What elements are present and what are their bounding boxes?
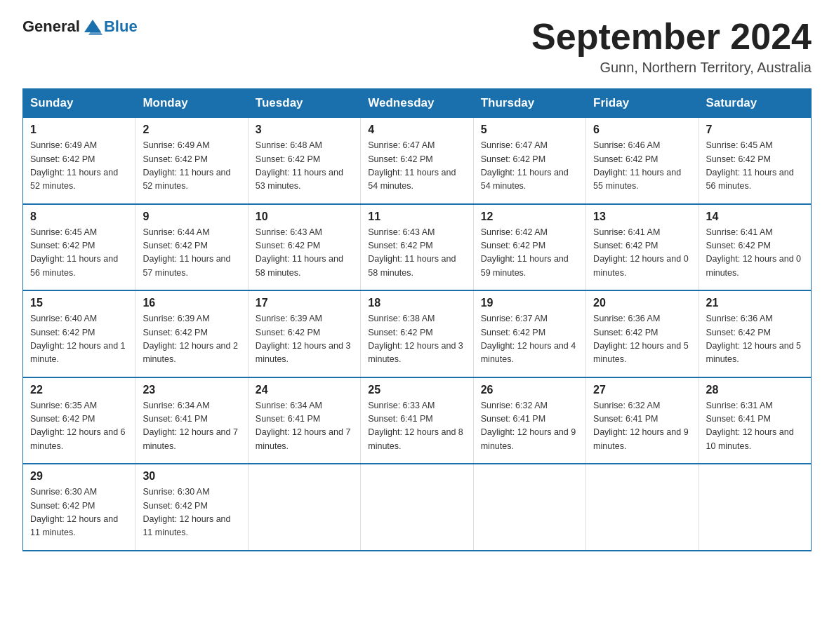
day-number: 22 xyxy=(30,384,128,396)
day-info: Sunrise: 6:39 AMSunset: 6:42 PMDaylight:… xyxy=(143,312,240,367)
calendar-table: SundayMondayTuesdayWednesdayThursdayFrid… xyxy=(22,88,812,551)
day-number: 6 xyxy=(593,123,691,136)
day-info: Sunrise: 6:41 AMSunset: 6:42 PMDaylight:… xyxy=(706,226,804,281)
day-number: 23 xyxy=(143,384,240,396)
calendar-cell xyxy=(699,464,811,551)
day-number: 16 xyxy=(143,297,240,309)
calendar-cell: 22Sunrise: 6:35 AMSunset: 6:42 PMDayligh… xyxy=(23,377,135,464)
calendar-cell: 30Sunrise: 6:30 AMSunset: 6:42 PMDayligh… xyxy=(135,464,248,551)
month-title: September 2024 xyxy=(531,17,812,57)
calendar-cell: 16Sunrise: 6:39 AMSunset: 6:42 PMDayligh… xyxy=(135,290,248,377)
day-number: 8 xyxy=(30,210,128,223)
day-info: Sunrise: 6:42 AMSunset: 6:42 PMDaylight:… xyxy=(481,226,578,281)
calendar-cell: 13Sunrise: 6:41 AMSunset: 6:42 PMDayligh… xyxy=(586,204,699,291)
day-number: 12 xyxy=(481,210,578,223)
day-number: 29 xyxy=(30,470,128,483)
day-info: Sunrise: 6:43 AMSunset: 6:42 PMDaylight:… xyxy=(368,226,465,281)
day-number: 30 xyxy=(143,470,240,483)
day-number: 26 xyxy=(481,384,578,396)
calendar-cell: 9Sunrise: 6:44 AMSunset: 6:42 PMDaylight… xyxy=(135,204,248,291)
day-number: 4 xyxy=(368,123,465,136)
day-info: Sunrise: 6:45 AMSunset: 6:42 PMDaylight:… xyxy=(30,226,128,281)
calendar-cell: 6Sunrise: 6:46 AMSunset: 6:42 PMDaylight… xyxy=(586,118,699,204)
calendar-cell xyxy=(473,464,585,551)
title-block: September 2024 Gunn, Northern Territory,… xyxy=(531,17,812,76)
calendar-cell: 28Sunrise: 6:31 AMSunset: 6:41 PMDayligh… xyxy=(699,377,811,464)
day-info: Sunrise: 6:46 AMSunset: 6:42 PMDaylight:… xyxy=(593,139,691,194)
calendar-cell: 23Sunrise: 6:34 AMSunset: 6:41 PMDayligh… xyxy=(135,377,248,464)
page-header: General Blue September 2024 Gunn, Northe… xyxy=(22,17,812,76)
location-subtitle: Gunn, Northern Territory, Australia xyxy=(531,60,812,76)
day-number: 3 xyxy=(256,123,353,136)
day-number: 28 xyxy=(706,384,804,396)
calendar-cell: 18Sunrise: 6:38 AMSunset: 6:42 PMDayligh… xyxy=(361,290,473,377)
calendar-week-row: 15Sunrise: 6:40 AMSunset: 6:42 PMDayligh… xyxy=(23,290,812,377)
calendar-week-row: 22Sunrise: 6:35 AMSunset: 6:42 PMDayligh… xyxy=(23,377,812,464)
calendar-cell: 8Sunrise: 6:45 AMSunset: 6:42 PMDaylight… xyxy=(23,204,135,291)
logo: General Blue xyxy=(22,17,138,36)
calendar-cell: 25Sunrise: 6:33 AMSunset: 6:41 PMDayligh… xyxy=(361,377,473,464)
day-info: Sunrise: 6:30 AMSunset: 6:42 PMDaylight:… xyxy=(143,485,240,540)
calendar-cell: 17Sunrise: 6:39 AMSunset: 6:42 PMDayligh… xyxy=(248,290,360,377)
day-info: Sunrise: 6:49 AMSunset: 6:42 PMDaylight:… xyxy=(143,139,240,194)
calendar-cell: 1Sunrise: 6:49 AMSunset: 6:42 PMDaylight… xyxy=(23,118,135,204)
day-number: 2 xyxy=(143,123,240,136)
calendar-cell: 20Sunrise: 6:36 AMSunset: 6:42 PMDayligh… xyxy=(586,290,699,377)
calendar-cell: 19Sunrise: 6:37 AMSunset: 6:42 PMDayligh… xyxy=(473,290,585,377)
day-number: 27 xyxy=(593,384,691,396)
day-info: Sunrise: 6:47 AMSunset: 6:42 PMDaylight:… xyxy=(481,139,578,194)
day-number: 18 xyxy=(368,297,465,309)
weekday-header-friday: Friday xyxy=(586,89,699,118)
day-number: 24 xyxy=(256,384,353,396)
day-info: Sunrise: 6:41 AMSunset: 6:42 PMDaylight:… xyxy=(593,226,691,281)
day-info: Sunrise: 6:37 AMSunset: 6:42 PMDaylight:… xyxy=(481,312,578,367)
day-number: 10 xyxy=(256,210,353,223)
weekday-header-saturday: Saturday xyxy=(699,89,811,118)
day-info: Sunrise: 6:34 AMSunset: 6:41 PMDaylight:… xyxy=(143,399,240,454)
calendar-cell: 7Sunrise: 6:45 AMSunset: 6:42 PMDaylight… xyxy=(699,118,811,204)
calendar-cell: 2Sunrise: 6:49 AMSunset: 6:42 PMDaylight… xyxy=(135,118,248,204)
calendar-cell: 27Sunrise: 6:32 AMSunset: 6:41 PMDayligh… xyxy=(586,377,699,464)
day-info: Sunrise: 6:32 AMSunset: 6:41 PMDaylight:… xyxy=(593,399,691,454)
weekday-header-monday: Monday xyxy=(135,89,248,118)
day-number: 7 xyxy=(706,123,804,136)
calendar-cell: 11Sunrise: 6:43 AMSunset: 6:42 PMDayligh… xyxy=(361,204,473,291)
day-info: Sunrise: 6:44 AMSunset: 6:42 PMDaylight:… xyxy=(143,226,240,281)
logo-text-general: General xyxy=(22,18,80,36)
weekday-header-row: SundayMondayTuesdayWednesdayThursdayFrid… xyxy=(23,89,812,118)
day-number: 15 xyxy=(30,297,128,309)
calendar-cell: 21Sunrise: 6:36 AMSunset: 6:42 PMDayligh… xyxy=(699,290,811,377)
day-info: Sunrise: 6:38 AMSunset: 6:42 PMDaylight:… xyxy=(368,312,465,367)
weekday-header-tuesday: Tuesday xyxy=(248,89,360,118)
day-number: 25 xyxy=(368,384,465,396)
day-info: Sunrise: 6:49 AMSunset: 6:42 PMDaylight:… xyxy=(30,139,128,194)
logo-icon xyxy=(83,17,102,36)
day-info: Sunrise: 6:36 AMSunset: 6:42 PMDaylight:… xyxy=(706,312,804,367)
day-number: 13 xyxy=(593,210,691,223)
calendar-cell: 26Sunrise: 6:32 AMSunset: 6:41 PMDayligh… xyxy=(473,377,585,464)
calendar-week-row: 8Sunrise: 6:45 AMSunset: 6:42 PMDaylight… xyxy=(23,204,812,291)
calendar-week-row: 29Sunrise: 6:30 AMSunset: 6:42 PMDayligh… xyxy=(23,464,812,551)
day-info: Sunrise: 6:43 AMSunset: 6:42 PMDaylight:… xyxy=(256,226,353,281)
calendar-cell xyxy=(361,464,473,551)
day-info: Sunrise: 6:36 AMSunset: 6:42 PMDaylight:… xyxy=(593,312,691,367)
day-info: Sunrise: 6:48 AMSunset: 6:42 PMDaylight:… xyxy=(256,139,353,194)
day-info: Sunrise: 6:47 AMSunset: 6:42 PMDaylight:… xyxy=(368,139,465,194)
weekday-header-sunday: Sunday xyxy=(23,89,135,118)
day-number: 14 xyxy=(706,210,804,223)
day-info: Sunrise: 6:40 AMSunset: 6:42 PMDaylight:… xyxy=(30,312,128,367)
day-info: Sunrise: 6:33 AMSunset: 6:41 PMDaylight:… xyxy=(368,399,465,454)
day-info: Sunrise: 6:32 AMSunset: 6:41 PMDaylight:… xyxy=(481,399,578,454)
logo-text-blue: Blue xyxy=(104,18,138,36)
calendar-week-row: 1Sunrise: 6:49 AMSunset: 6:42 PMDaylight… xyxy=(23,118,812,204)
calendar-cell xyxy=(248,464,360,551)
weekday-header-wednesday: Wednesday xyxy=(361,89,473,118)
calendar-cell: 15Sunrise: 6:40 AMSunset: 6:42 PMDayligh… xyxy=(23,290,135,377)
day-number: 19 xyxy=(481,297,578,309)
day-number: 21 xyxy=(706,297,804,309)
day-info: Sunrise: 6:34 AMSunset: 6:41 PMDaylight:… xyxy=(256,399,353,454)
calendar-cell: 29Sunrise: 6:30 AMSunset: 6:42 PMDayligh… xyxy=(23,464,135,551)
day-info: Sunrise: 6:35 AMSunset: 6:42 PMDaylight:… xyxy=(30,399,128,454)
weekday-header-thursday: Thursday xyxy=(473,89,585,118)
calendar-cell: 14Sunrise: 6:41 AMSunset: 6:42 PMDayligh… xyxy=(699,204,811,291)
